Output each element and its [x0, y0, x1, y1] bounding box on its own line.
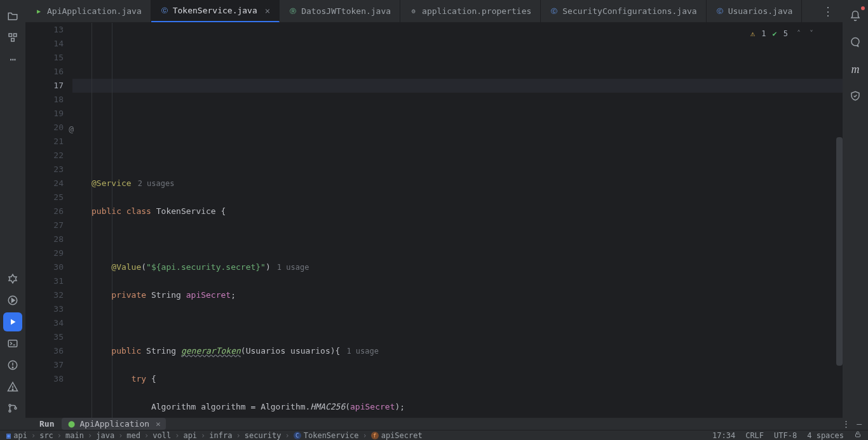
crumb[interactable]: main: [65, 431, 84, 440]
crumb[interactable]: api: [183, 431, 197, 440]
run-title: Run: [39, 419, 54, 429]
svg-point-13: [9, 410, 11, 412]
structure-tool-button[interactable]: [3, 28, 22, 47]
tab-security-config[interactable]: Ⓒ SecurityConfigurations.java: [541, 0, 706, 22]
lock-icon[interactable]: [854, 430, 862, 440]
run-icon: ⬤: [67, 420, 76, 429]
terminal-tool-button[interactable]: [3, 334, 22, 353]
vcs-tool-button[interactable]: [3, 399, 22, 418]
status-time: 17:34: [712, 431, 735, 440]
gear-icon: ⚙: [409, 7, 418, 16]
left-tool-rail: ⋯: [0, 0, 25, 418]
svg-marker-4: [12, 298, 15, 302]
status-indent[interactable]: 4 spaces: [807, 431, 844, 440]
notifications-button[interactable]: [846, 6, 865, 25]
warnings-tool-button[interactable]: [3, 377, 22, 396]
tab-menu-icon[interactable]: ⋮: [822, 4, 834, 18]
ok-icon: ✔: [773, 27, 777, 41]
class-icon: Ⓒ: [160, 6, 169, 15]
code-editor[interactable]: ⚠1 ✔5 ˄ ˅ 13 14 15 16 17 18 19 20@ 21 22…: [25, 23, 843, 418]
svg-rect-0: [9, 34, 12, 37]
services-tool-button[interactable]: [3, 291, 22, 310]
crumb[interactable]: TokenService: [304, 431, 359, 440]
ai-assistant-button[interactable]: [846, 33, 865, 52]
crumb[interactable]: infra: [209, 431, 232, 440]
status-line-sep[interactable]: CRLF: [745, 431, 764, 440]
ok-count: 5: [783, 27, 788, 41]
svg-rect-15: [856, 434, 860, 437]
warning-icon: ⚠: [750, 27, 755, 41]
editor-scrollbar[interactable]: [836, 137, 843, 366]
crumb[interactable]: med: [126, 431, 140, 440]
current-line-highlight: [72, 79, 843, 93]
svg-point-14: [15, 408, 17, 410]
right-tool-rail: m: [843, 0, 868, 418]
crumb[interactable]: security: [245, 431, 281, 440]
class-icon: Ⓒ: [550, 7, 559, 16]
tab-api-application[interactable]: ▶ ApiApplication.java: [25, 0, 151, 22]
editor-tabs: ▶ ApiApplication.java Ⓒ TokenService.jav…: [25, 0, 843, 23]
run-config-label: ApiApplication: [79, 419, 149, 429]
more-tool-button[interactable]: ⋯: [3, 50, 22, 69]
svg-rect-2: [11, 39, 15, 42]
svg-point-11: [12, 389, 13, 390]
maven-tool-button[interactable]: m: [846, 60, 865, 79]
tab-usuarios[interactable]: Ⓒ Usuarios.java: [707, 0, 803, 22]
minimize-icon[interactable]: —: [857, 419, 862, 429]
build-tool-button[interactable]: [3, 269, 22, 288]
tab-label: application.properties: [422, 6, 531, 16]
tab-label: DatosJWTtoken.java: [301, 6, 391, 16]
crumb[interactable]: src: [39, 431, 53, 440]
crumb[interactable]: java: [96, 431, 114, 440]
status-bar: ▣ api ›src ›main ›java ›med ›voll ›api ›…: [0, 430, 868, 440]
project-tool-button[interactable]: [3, 6, 22, 25]
svg-point-12: [9, 404, 11, 406]
problems-tool-button[interactable]: [3, 356, 22, 375]
svg-marker-5: [11, 319, 16, 325]
tab-label: Usuarios.java: [728, 6, 793, 16]
run-toolwindow-header: Run ⬤ ApiApplication × ⋮ —: [0, 418, 868, 430]
run-icon: ▶: [34, 7, 43, 16]
close-icon[interactable]: ×: [156, 419, 161, 429]
module-icon: ▣: [6, 431, 11, 440]
tab-label: ApiApplication.java: [47, 6, 142, 16]
inspection-indicators[interactable]: ⚠1 ✔5 ˄ ˅: [750, 27, 813, 41]
chevron-up-icon[interactable]: ˄: [797, 27, 801, 41]
run-config-tab[interactable]: ⬤ ApiApplication ×: [62, 418, 165, 430]
crumb[interactable]: api: [13, 431, 27, 440]
chevron-down-icon[interactable]: ˅: [810, 27, 813, 41]
field-icon: f: [371, 432, 379, 439]
status-encoding[interactable]: UTF-8: [774, 431, 797, 440]
close-icon[interactable]: ×: [265, 6, 270, 16]
warn-count: 1: [761, 27, 766, 41]
svg-point-9: [12, 367, 13, 368]
class-icon: Ⓒ: [715, 7, 724, 16]
tab-label: TokenService.java: [173, 6, 257, 15]
editor-gutter[interactable]: 13 14 15 16 17 18 19 20@ 21 22 23 24 25 …: [25, 23, 72, 418]
crumb[interactable]: apiSecret: [381, 431, 423, 440]
tab-datos-jwt[interactable]: Ⓡ DatosJWTtoken.java: [280, 0, 400, 22]
record-icon: Ⓡ: [288, 7, 297, 16]
tab-token-service[interactable]: Ⓒ TokenService.java ×: [151, 0, 280, 22]
tab-label: SecurityConfigurations.java: [562, 6, 696, 16]
svg-rect-1: [14, 34, 17, 37]
run-menu-icon[interactable]: ⋮: [842, 419, 850, 429]
svg-rect-6: [8, 340, 17, 347]
crumb[interactable]: voll: [153, 431, 171, 440]
tab-app-properties[interactable]: ⚙ application.properties: [400, 0, 541, 22]
run-tool-button[interactable]: [3, 312, 22, 331]
code-area[interactable]: @Service2 usages public class TokenServi…: [72, 23, 843, 418]
security-tool-button[interactable]: [846, 86, 865, 105]
class-icon: C: [294, 432, 301, 439]
